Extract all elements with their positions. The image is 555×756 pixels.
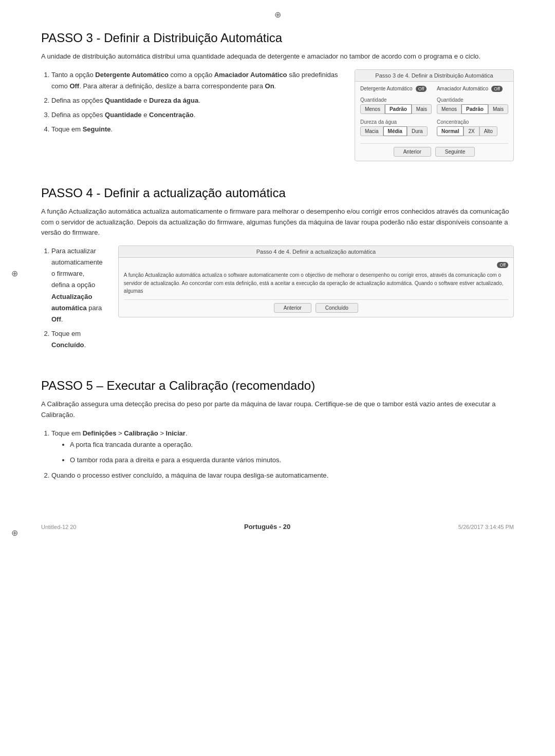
panel3-amaciador-toggle: Amaciador Automático Off [437, 86, 508, 92]
footer-center: Português - 20 [244, 523, 290, 531]
panel3-detergente-toggle: Detergente Automático Off [360, 86, 432, 92]
section4-intro: A função Actualização automática actuali… [41, 206, 514, 238]
panel3-title: Passo 3 de 4. Definir a Distribuição Aut… [355, 70, 513, 82]
panel3-amaciador-col: Amaciador Automático Off [437, 86, 508, 95]
section3-title: PASSO 3 - Definir a Distribuição Automát… [41, 31, 514, 45]
btn-mais2[interactable]: Mais [488, 104, 508, 114]
step5-1: Toque em Definições > Calibração > Inici… [51, 428, 514, 466]
panel4-toggle-row: Off [124, 262, 508, 268]
panel-step4: Passo 4 de 4. Definir a actualização aut… [118, 245, 514, 317]
panel3-dureza-btngroup: Macia Média Dura [360, 126, 432, 136]
section4-steps: Para actualizar automaticamente o firmwa… [41, 245, 103, 354]
section-passo3: PASSO 3 - Definir a Distribuição Automát… [41, 31, 514, 161]
btn-alto[interactable]: Alto [479, 126, 497, 136]
btn-2x[interactable]: 2X [464, 126, 479, 136]
bullet-2: O tambor roda para a direita e para a es… [70, 455, 514, 466]
panel4-body-text: A função Actualização automática actuali… [124, 271, 508, 295]
panel3-amaciador-label: Amaciador Automático [437, 86, 488, 91]
btn-macia[interactable]: Macia [360, 126, 383, 136]
panel3-detergente-off[interactable]: Off [416, 86, 427, 92]
panel4-body: Off A função Actualização automática act… [119, 258, 513, 317]
section-passo5: PASSO 5 – Executar a Calibração (recomen… [41, 379, 514, 481]
panel3-qty1-btngroup: Menos Padrão Mais [360, 104, 432, 114]
panel3-qty2-btngroup: Menos Padrão Mais [437, 104, 508, 114]
step4-2: Toque em Concluído. [51, 328, 103, 351]
section5-intro: A Calibração assegura uma detecção preci… [41, 399, 514, 421]
step3-2: Defina as opções Quantidade e Dureza da … [51, 95, 339, 106]
panel4-btn-concluido[interactable]: Concluído [316, 303, 358, 313]
panel3-qty-labels: Quantidade Menos Padrão Mais Quantidade … [360, 95, 508, 117]
btn-padrao2[interactable]: Padrão [461, 104, 488, 114]
section3-intro: A unidade de distribuição automática dis… [41, 51, 514, 62]
panel3-conc-btngroup: Normal 2X Alto [437, 126, 508, 136]
section-passo4: PASSO 4 - Definir a actualização automát… [41, 186, 514, 354]
section4-steps-list: Para actualizar automaticamente o firmwa… [41, 245, 103, 351]
panel3-dureza-col: Dureza da água Macia Média Dura [360, 117, 432, 139]
section4-title: PASSO 4 - Definir a actualização automát… [41, 186, 514, 200]
section5-title: PASSO 5 – Executar a Calibração (recomen… [41, 379, 514, 393]
panel4-toggle-off[interactable]: Off [497, 262, 508, 268]
btn-padrao1[interactable]: Padrão [385, 104, 412, 114]
panel3-qty2-label: Quantidade [437, 97, 508, 103]
panel3-btn-anterior[interactable]: Anterior [394, 147, 431, 157]
footer-right: 5/26/2017 3:14:45 PM [458, 524, 514, 530]
panel4-actions: Anterior Concluído [124, 299, 508, 313]
panel3-amaciador-off[interactable]: Off [491, 86, 503, 92]
step4-1: Para actualizar automaticamente o firmwa… [51, 245, 103, 325]
section3-steps: Tanto a opção Detergente Automático como… [41, 69, 339, 138]
panel3-dureza-label: Dureza da água [360, 119, 432, 125]
panel4-btn-anterior[interactable]: Anterior [274, 303, 311, 313]
crosshair-bottom-left-icon: ⊕ [9, 527, 20, 538]
panel3-qty-label-right: Quantidade Menos Padrão Mais [437, 95, 508, 117]
panel3-detergente-col: Detergente Automático Off [360, 86, 432, 95]
panel3-conc-label: Concentração [437, 119, 508, 125]
panel3-body: Detergente Automático Off Amaciador Auto… [355, 82, 513, 161]
step3-3: Defina as opções Quantidade e Concentraç… [51, 109, 339, 121]
crosshair-left-icon: ⊕ [9, 269, 20, 279]
footer-left: Untitled-12 20 [41, 524, 77, 530]
step3-1: Tanto a opção Detergente Automático como… [51, 69, 339, 92]
panel3-toggle-row: Detergente Automático Off Amaciador Auto… [360, 86, 508, 95]
section4-content: Para actualizar automaticamente o firmwa… [41, 245, 514, 354]
btn-menos2[interactable]: Menos [437, 104, 461, 114]
panel3-qty-label-left: Quantidade Menos Padrão Mais [360, 95, 432, 117]
btn-normal[interactable]: Normal [437, 126, 464, 136]
step5-1-bullets: A porta fica trancada durante a operação… [51, 439, 514, 466]
step5-2: Quando o processo estiver concluído, a m… [51, 470, 514, 481]
section5-steps-list: Toque em Definições > Calibração > Inici… [41, 428, 514, 481]
btn-mais1[interactable]: Mais [412, 104, 432, 114]
panel3-conc-col: Concentração Normal 2X Alto [437, 117, 508, 139]
panel4-title: Passo 4 de 4. Definir a actualização aut… [119, 246, 513, 258]
section3-steps-list: Tanto a opção Detergente Automático como… [41, 69, 339, 135]
section3-content: Tanto a opção Detergente Automático como… [41, 69, 514, 161]
panel3-btn-seguinte[interactable]: Seguinte [435, 147, 475, 157]
btn-media[interactable]: Média [383, 126, 407, 136]
panel3-detergente-label: Detergente Automático [360, 86, 413, 91]
footer: Untitled-12 20 Português - 20 5/26/2017 … [0, 523, 555, 531]
step3-4: Toque em Seguinte. [51, 124, 339, 135]
crosshair-top-icon: ⊕ [272, 9, 283, 20]
panel-step3: Passo 3 de 4. Definir a Distribuição Aut… [355, 69, 514, 161]
bullet-1: A porta fica trancada durante a operação… [70, 439, 514, 450]
btn-dura[interactable]: Dura [407, 126, 428, 136]
panel3-qty1-label: Quantidade [360, 97, 432, 103]
btn-menos1[interactable]: Menos [360, 104, 385, 114]
panel3-actions: Anterior Seguinte [360, 143, 508, 157]
panel3-dureza-conc: Dureza da água Macia Média Dura Concentr… [360, 117, 508, 139]
